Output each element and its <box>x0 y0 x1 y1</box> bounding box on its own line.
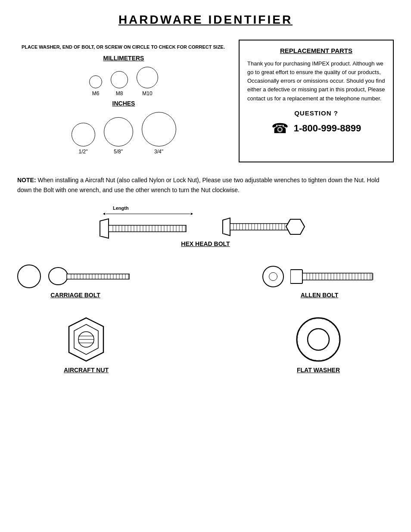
diagrams-section: Length ◄ ► <box>17 205 394 373</box>
replacement-parts-title: REPLACEMENT PARTS <box>247 47 385 54</box>
aircraft-nut-group: AIRCRAFT NUT <box>60 316 112 373</box>
bottom-row: AIRCRAFT NUT FLAT WASHER <box>17 316 394 373</box>
size-checker-panel: PLACE WASHER, END OF BOLT, OR SCREW ON C… <box>17 40 230 162</box>
svg-rect-80 <box>290 270 302 283</box>
circle-m6-shape <box>89 75 102 88</box>
svg-marker-0 <box>100 219 109 238</box>
aircraft-nut-svg <box>60 316 112 363</box>
replacement-parts-body: Thank you for purchasing IMPEX product. … <box>247 59 385 103</box>
flat-washer-group: FLAT WASHER <box>295 316 342 373</box>
note-section: NOTE: When installing a Aircraft Nut (al… <box>17 175 394 195</box>
flat-washer-svg <box>295 316 342 363</box>
circle-5-8-shape <box>104 117 133 146</box>
length-label: Length <box>113 205 129 211</box>
circle-m10: M10 <box>137 67 158 96</box>
circle-half: 1/2" <box>72 123 95 155</box>
hex-bolt-left-svg <box>96 217 195 240</box>
circle-3-4-label: 3/4" <box>154 149 163 155</box>
circle-half-label: 1/2" <box>79 149 88 155</box>
circle-m8-label: M8 <box>116 90 123 96</box>
phone-row: ☎ 1-800-999-8899 <box>247 120 385 137</box>
question-label: QUESTION ? <box>247 109 385 117</box>
circle-5-8-label: 5/8" <box>114 149 123 155</box>
circle-half-shape <box>72 123 95 146</box>
allen-bolt-inner <box>262 264 377 288</box>
circle-m6: M6 <box>89 75 102 96</box>
circle-3-4-shape <box>142 112 176 146</box>
phone-number: 1-800-999-8899 <box>294 123 361 134</box>
carriage-bolt-group: CARRIAGE BOLT <box>17 264 134 299</box>
svg-point-116 <box>308 329 329 350</box>
circle-m6-label: M6 <box>92 90 100 96</box>
mm-circles-row: M6 M8 M10 <box>22 67 226 96</box>
circle-5-8: 5/8" <box>104 117 133 155</box>
inch-label: INCHES <box>22 100 226 107</box>
hex-bolt-section: Length ◄ ► <box>17 205 394 247</box>
allen-head-circle <box>262 266 284 287</box>
circle-m8-shape <box>111 71 128 88</box>
carriage-bolt-svg <box>47 264 134 288</box>
circle-m8: M8 <box>111 71 128 96</box>
circle-m10-label: M10 <box>142 90 152 96</box>
size-checker-instructions: PLACE WASHER, END OF BOLT, OR SCREW ON C… <box>22 44 226 50</box>
hex-bolt-label: HEX HEAD BOLT <box>181 240 230 247</box>
mm-label: MILLIMETERS <box>22 55 226 62</box>
carriage-bolt-washer <box>17 264 41 288</box>
middle-row: CARRIAGE BOLT <box>17 264 394 299</box>
carriage-bolt-label: CARRIAGE BOLT <box>50 292 100 299</box>
hex-bolt-right-svg <box>221 215 315 239</box>
circle-3-4: 3/4" <box>142 112 176 155</box>
svg-rect-59 <box>67 274 129 279</box>
svg-rect-3 <box>109 225 186 232</box>
note-text: When installing a Aircraft Nut (also cal… <box>17 177 379 193</box>
note-label: NOTE: <box>17 177 36 184</box>
carriage-bolt-inner <box>17 264 134 288</box>
flat-washer-label: FLAT WASHER <box>297 367 340 373</box>
allen-bolt-group: ALLEN BOLT <box>262 264 377 299</box>
length-arrow: ◄ ► <box>102 212 194 216</box>
allen-bolt-svg <box>290 264 377 288</box>
svg-rect-31 <box>230 224 290 230</box>
phone-icon: ☎ <box>271 120 289 137</box>
svg-point-58 <box>49 268 68 285</box>
hex-bolt-right-container <box>221 205 315 240</box>
allen-inner-circle <box>269 272 277 281</box>
inch-circles-row: 1/2" 5/8" 3/4" <box>22 112 226 155</box>
circle-m10-shape <box>137 67 158 88</box>
svg-marker-29 <box>223 218 230 236</box>
replacement-parts-box: REPLACEMENT PARTS Thank you for purchasi… <box>239 40 394 162</box>
page-title: HARDWARE IDENTIFIER <box>17 13 394 27</box>
aircraft-nut-label: AIRCRAFT NUT <box>64 367 109 373</box>
allen-bolt-label: ALLEN BOLT <box>301 292 339 299</box>
